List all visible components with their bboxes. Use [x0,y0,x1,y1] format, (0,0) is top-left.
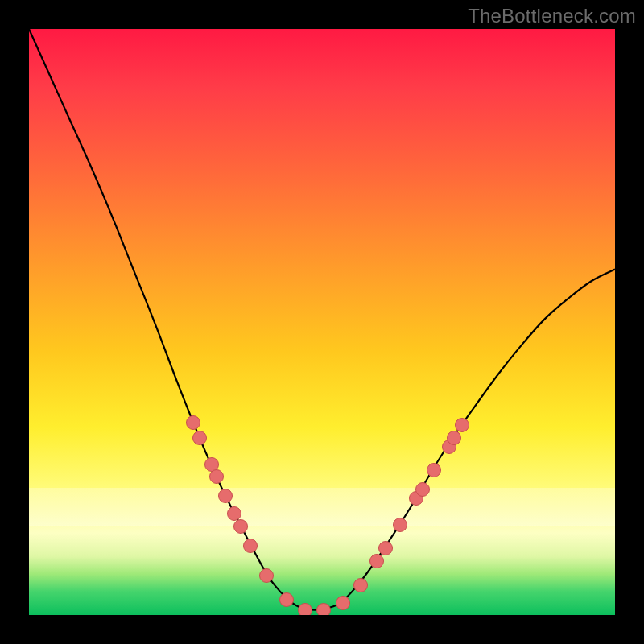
right-dot-8 [447,431,461,445]
bottom-dot-5 [353,578,368,592]
left-dot-3 [204,457,219,472]
chart-stage: TheBottleneck.com [0,0,644,644]
right-dot-2 [378,541,393,555]
left-dot-1 [186,415,200,430]
left-dot-7 [233,519,248,534]
right-dot-3 [393,518,407,532]
bottom-dot-2 [298,603,312,615]
bottom-dot-4 [336,596,350,610]
right-dot-7 [442,440,456,454]
right-dot-6 [427,463,441,477]
bottom-dot-3 [316,603,331,615]
bottleneck-curve [29,29,615,610]
right-dot-1 [369,554,384,568]
watermark-text: TheBottleneck.com [468,5,636,27]
left-dot-8 [243,539,258,553]
right-dot-5 [415,482,430,497]
right-dot-9 [455,418,469,432]
bottom-dot-1 [279,592,294,607]
left-dot-2 [192,431,207,445]
pale-band [29,488,615,526]
right-dot-4 [409,491,423,506]
left-dot-6 [227,506,242,521]
left-dot-5 [218,489,233,503]
plot-area [29,29,615,615]
left-dot-4 [209,469,224,484]
left-dot-9 [259,568,274,583]
curve-svg [29,29,615,615]
